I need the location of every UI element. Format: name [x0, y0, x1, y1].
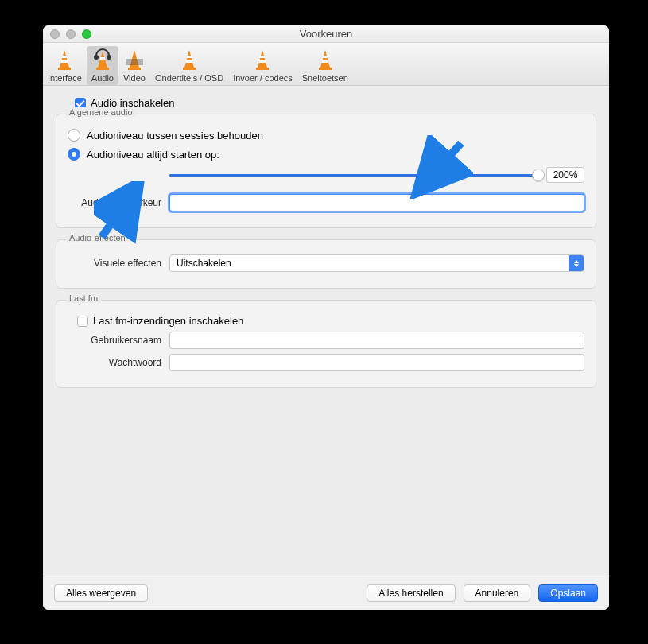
- audio-preferences-panel: Audio inschakelen Algemene audio Audioni…: [43, 86, 609, 576]
- toolbar-label: Interface: [48, 73, 82, 83]
- tab-hotkeys[interactable]: Sneltoetsen: [297, 46, 353, 85]
- general-audio-group: Algemene audio Audioniveau tussen sessie…: [56, 114, 596, 228]
- save-button[interactable]: Opslaan: [538, 584, 598, 602]
- titlebar: Voorkeuren: [43, 25, 609, 43]
- lastfm-enable-checkbox[interactable]: [77, 316, 88, 327]
- cancel-button[interactable]: Annuleren: [464, 584, 531, 602]
- tab-subtitles[interactable]: Ondertitels / OSD: [150, 46, 228, 85]
- footer: Alles weergeven Alles herstellen Annuler…: [43, 576, 609, 610]
- chevron-updown-icon: [569, 255, 584, 271]
- radio-start-level[interactable]: [68, 148, 80, 161]
- reset-all-button[interactable]: Alles herstellen: [367, 584, 455, 602]
- svg-rect-13: [183, 68, 196, 70]
- tab-audio[interactable]: Audio: [87, 46, 118, 85]
- tab-interface[interactable]: Interface: [43, 46, 87, 85]
- volume-slider[interactable]: [169, 169, 538, 181]
- lastfm-password-input[interactable]: [169, 354, 584, 371]
- svg-rect-23: [322, 60, 328, 63]
- visual-effects-select[interactable]: Uitschakelen: [169, 254, 584, 272]
- general-audio-legend: Algemene audio: [66, 107, 136, 117]
- visual-effects-row: Visuele effecten Uitschakelen: [68, 254, 584, 272]
- svg-rect-21: [319, 68, 332, 70]
- visual-effects-label: Visuele effecten: [68, 258, 161, 269]
- svg-rect-6: [100, 57, 105, 60]
- toolbar-label: Sneltoetsen: [302, 73, 348, 83]
- svg-rect-3: [61, 60, 68, 63]
- radio-keep-level-row: Audioniveau tussen sessies behouden: [68, 129, 584, 142]
- cone-icon: [178, 48, 200, 72]
- visual-effects-value: Uitschakelen: [177, 258, 231, 269]
- lastfm-legend: Last.fm: [66, 293, 101, 303]
- svg-marker-16: [258, 50, 267, 68]
- svg-point-8: [107, 55, 111, 60]
- audio-language-input[interactable]: [169, 194, 584, 211]
- cone-headphones-icon: [91, 48, 114, 72]
- toolbar-label: Ondertitels / OSD: [155, 73, 223, 83]
- cone-icon: [251, 48, 274, 72]
- svg-rect-17: [256, 68, 269, 70]
- radio-keep-level-label: Audioniveau tussen sessies behouden: [87, 130, 263, 142]
- tab-video[interactable]: Video: [118, 46, 150, 85]
- toolbar-label: Video: [123, 73, 146, 83]
- cone-film-icon: [123, 48, 146, 72]
- svg-rect-1: [58, 68, 71, 70]
- svg-rect-14: [187, 56, 192, 58]
- zoom-icon[interactable]: [82, 29, 91, 39]
- lastfm-group: Last.fm Last.fm-inzendingen inschakelen …: [56, 300, 596, 388]
- lastfm-username-label: Gebruikersnaam: [68, 335, 161, 346]
- svg-rect-2: [62, 56, 67, 58]
- minimize-icon[interactable]: [66, 29, 76, 39]
- window-title: Voorkeuren: [300, 28, 353, 40]
- enable-audio-row: Audio inschakelen: [75, 97, 596, 109]
- svg-marker-0: [60, 50, 69, 68]
- preferences-window: Voorkeuren Interface Audio Video Onderti…: [43, 25, 609, 610]
- lastfm-enable-label: Last.fm-inzendingen inschakelen: [93, 315, 243, 327]
- svg-rect-15: [186, 60, 192, 63]
- cone-icon: [53, 48, 76, 72]
- svg-rect-10: [128, 68, 141, 70]
- preferences-toolbar: Interface Audio Video Ondertitels / OSD …: [43, 43, 609, 86]
- audio-effects-legend: Audio-effecten: [66, 233, 129, 242]
- radio-start-level-label: Audioniveau altijd starten op:: [87, 149, 219, 161]
- svg-rect-5: [96, 68, 109, 70]
- close-icon[interactable]: [50, 29, 60, 39]
- lastfm-username-input[interactable]: [169, 332, 584, 349]
- audio-language-row: Audiotaal-voorkeur: [68, 194, 584, 211]
- volume-slider-row: 200%: [68, 167, 584, 183]
- lastfm-password-label: Wachtwoord: [68, 357, 161, 368]
- cone-icon: [314, 48, 336, 72]
- window-controls: [50, 29, 91, 39]
- radio-keep-level[interactable]: [68, 129, 80, 142]
- lastfm-username-row: Gebruikersnaam: [68, 332, 584, 349]
- audio-effects-group: Audio-effecten Visuele effecten Uitschak…: [56, 239, 596, 289]
- svg-point-7: [94, 55, 99, 60]
- svg-rect-11: [126, 59, 143, 65]
- toolbar-label: Audio: [91, 73, 114, 83]
- lastfm-enable-row: Last.fm-inzendingen inschakelen: [77, 315, 584, 327]
- svg-rect-18: [260, 56, 265, 58]
- svg-marker-12: [184, 50, 194, 68]
- svg-rect-22: [323, 56, 328, 58]
- audio-language-label: Audiotaal-voorkeur: [68, 197, 161, 208]
- svg-marker-20: [320, 50, 330, 68]
- lastfm-password-row: Wachtwoord: [68, 354, 584, 371]
- tab-input-codecs[interactable]: Invoer / codecs: [228, 46, 297, 85]
- radio-start-level-row: Audioniveau altijd starten op:: [68, 148, 584, 161]
- svg-rect-19: [259, 60, 266, 63]
- show-all-button[interactable]: Alles weergeven: [54, 584, 148, 602]
- toolbar-label: Invoer / codecs: [233, 73, 293, 83]
- volume-percent: 200%: [546, 167, 584, 183]
